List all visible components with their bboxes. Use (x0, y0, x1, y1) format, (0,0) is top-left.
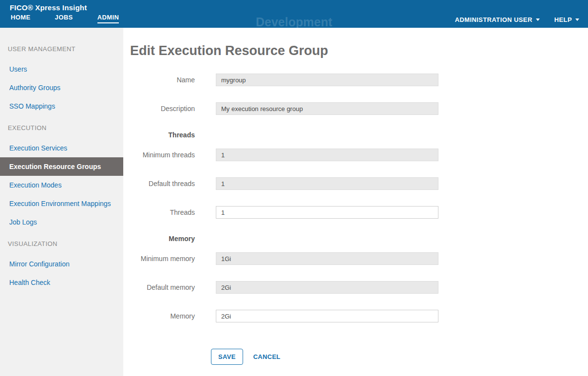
sidebar-item-sso-mappings[interactable]: SSO Mappings (0, 97, 123, 115)
form-row-name: Name (123, 74, 588, 86)
threads-section-label: Threads (123, 131, 195, 139)
nav-home[interactable]: HOME (11, 14, 31, 21)
form-row-memory: Memory (123, 310, 588, 322)
minimum-threads-field (216, 149, 438, 161)
sidebar-item-execution-modes[interactable]: Execution Modes (0, 176, 123, 194)
sidebar-item-health-check[interactable]: Health Check (0, 273, 123, 292)
user-menu-button[interactable]: ADMINISTRATION USER (455, 16, 540, 23)
app-window: FICO® Xpress Insight Development HOME JO… (0, 0, 588, 376)
memory-section-label: Memory (123, 235, 195, 243)
sidebar-item-job-logs[interactable]: Job Logs (0, 213, 123, 231)
minimum-memory-field (216, 252, 438, 265)
threads-label: Threads (123, 208, 195, 216)
default-memory-label: Default memory (123, 283, 195, 291)
description-field (216, 102, 438, 115)
cancel-button[interactable]: CANCEL (253, 353, 281, 360)
brand-title: FICO® Xpress Insight (10, 3, 87, 12)
default-threads-label: Default threads (123, 180, 195, 188)
form-row-threads: Threads (123, 206, 588, 219)
form-actions: SAVE CANCEL (211, 349, 588, 365)
form-row-description: Description (123, 102, 588, 115)
header-right-menus: ADMINISTRATION USER HELP (455, 16, 579, 23)
primary-nav: HOME JOBS ADMIN (11, 14, 119, 23)
save-button[interactable]: SAVE (211, 349, 243, 365)
default-threads-field (216, 177, 438, 190)
memory-field[interactable] (216, 310, 438, 322)
nav-admin[interactable]: ADMIN (97, 14, 119, 23)
main-content: Edit Execution Resource Group Name Descr… (123, 28, 588, 376)
minimum-memory-label: Minimum memory (123, 255, 195, 263)
form-row-minimum-threads: Minimum threads (123, 149, 588, 161)
help-menu-label: HELP (554, 16, 572, 23)
sidebar-item-mirror-configuration[interactable]: Mirror Configuration (0, 255, 123, 273)
sidebar-item-execution-resource-groups[interactable]: Execution Resource Groups (0, 157, 123, 176)
page-title: Edit Execution Resource Group (130, 42, 588, 59)
form-section-threads: Threads (123, 131, 588, 139)
environment-watermark: Development (256, 15, 332, 29)
description-label: Description (123, 105, 195, 113)
form-row-minimum-memory: Minimum memory (123, 252, 588, 265)
help-menu-button[interactable]: HELP (554, 16, 579, 23)
sidebar-section-user-management: USER MANAGEMENT (0, 45, 123, 53)
sidebar-item-users[interactable]: Users (0, 60, 123, 78)
form-row-default-memory: Default memory (123, 281, 588, 294)
name-field (216, 74, 438, 86)
minimum-threads-label: Minimum threads (123, 151, 195, 159)
caret-down-icon (536, 19, 540, 21)
threads-field[interactable] (216, 206, 438, 219)
sidebar-section-visualization: VISUALIZATION (0, 240, 123, 248)
sidebar-item-authority-groups[interactable]: Authority Groups (0, 78, 123, 97)
admin-sidebar: USER MANAGEMENT Users Authority Groups S… (0, 28, 123, 376)
form-row-default-threads: Default threads (123, 177, 588, 190)
name-label: Name (123, 76, 195, 84)
memory-label: Memory (123, 312, 195, 320)
nav-jobs[interactable]: JOBS (55, 14, 73, 21)
sidebar-item-execution-environment-mappings[interactable]: Execution Environment Mappings (0, 194, 123, 213)
top-header: FICO® Xpress Insight Development HOME JO… (0, 0, 588, 28)
default-memory-field (216, 281, 438, 294)
form-section-memory: Memory (123, 235, 588, 243)
user-menu-label: ADMINISTRATION USER (455, 16, 532, 23)
caret-down-icon (575, 19, 579, 21)
sidebar-item-execution-services[interactable]: Execution Services (0, 139, 123, 157)
sidebar-section-execution: EXECUTION (0, 124, 123, 132)
